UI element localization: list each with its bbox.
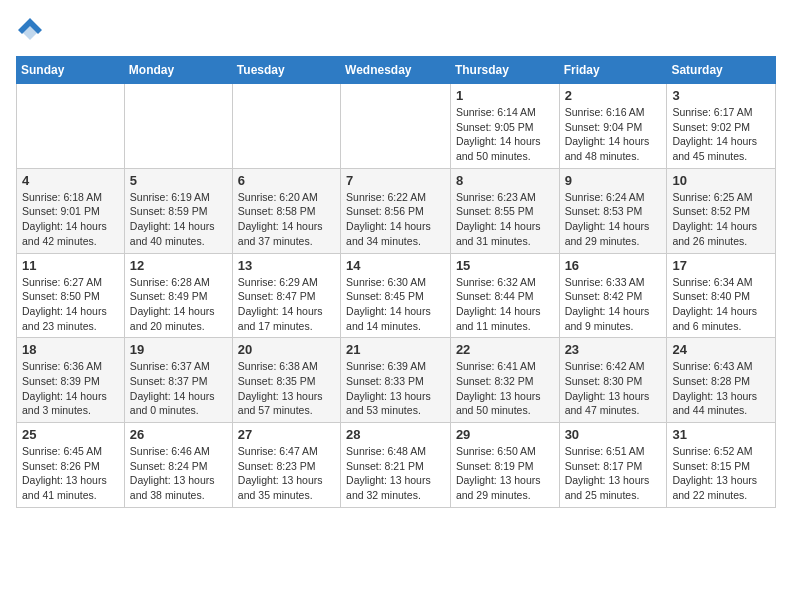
day-number: 10 (672, 173, 770, 188)
day-number: 7 (346, 173, 445, 188)
calendar-week-4: 25Sunrise: 6:45 AM Sunset: 8:26 PM Dayli… (17, 423, 776, 508)
calendar-cell: 16Sunrise: 6:33 AM Sunset: 8:42 PM Dayli… (559, 253, 667, 338)
day-info: Sunrise: 6:14 AM Sunset: 9:05 PM Dayligh… (456, 105, 554, 164)
header-thursday: Thursday (450, 57, 559, 84)
day-number: 5 (130, 173, 227, 188)
day-info: Sunrise: 6:39 AM Sunset: 8:33 PM Dayligh… (346, 359, 445, 418)
day-info: Sunrise: 6:27 AM Sunset: 8:50 PM Dayligh… (22, 275, 119, 334)
day-info: Sunrise: 6:50 AM Sunset: 8:19 PM Dayligh… (456, 444, 554, 503)
calendar-cell: 27Sunrise: 6:47 AM Sunset: 8:23 PM Dayli… (232, 423, 340, 508)
calendar-cell: 24Sunrise: 6:43 AM Sunset: 8:28 PM Dayli… (667, 338, 776, 423)
day-info: Sunrise: 6:47 AM Sunset: 8:23 PM Dayligh… (238, 444, 335, 503)
day-info: Sunrise: 6:52 AM Sunset: 8:15 PM Dayligh… (672, 444, 770, 503)
day-number: 30 (565, 427, 662, 442)
day-number: 9 (565, 173, 662, 188)
day-info: Sunrise: 6:29 AM Sunset: 8:47 PM Dayligh… (238, 275, 335, 334)
calendar-cell: 21Sunrise: 6:39 AM Sunset: 8:33 PM Dayli… (341, 338, 451, 423)
day-info: Sunrise: 6:33 AM Sunset: 8:42 PM Dayligh… (565, 275, 662, 334)
day-info: Sunrise: 6:46 AM Sunset: 8:24 PM Dayligh… (130, 444, 227, 503)
calendar-cell: 11Sunrise: 6:27 AM Sunset: 8:50 PM Dayli… (17, 253, 125, 338)
header-wednesday: Wednesday (341, 57, 451, 84)
calendar-cell: 22Sunrise: 6:41 AM Sunset: 8:32 PM Dayli… (450, 338, 559, 423)
calendar-header-row: SundayMondayTuesdayWednesdayThursdayFrid… (17, 57, 776, 84)
calendar-table: SundayMondayTuesdayWednesdayThursdayFrid… (16, 56, 776, 508)
calendar-cell: 26Sunrise: 6:46 AM Sunset: 8:24 PM Dayli… (124, 423, 232, 508)
calendar-cell (341, 84, 451, 169)
day-number: 18 (22, 342, 119, 357)
calendar-cell: 30Sunrise: 6:51 AM Sunset: 8:17 PM Dayli… (559, 423, 667, 508)
calendar-cell: 31Sunrise: 6:52 AM Sunset: 8:15 PM Dayli… (667, 423, 776, 508)
day-info: Sunrise: 6:24 AM Sunset: 8:53 PM Dayligh… (565, 190, 662, 249)
header-saturday: Saturday (667, 57, 776, 84)
day-info: Sunrise: 6:43 AM Sunset: 8:28 PM Dayligh… (672, 359, 770, 418)
calendar-week-2: 11Sunrise: 6:27 AM Sunset: 8:50 PM Dayli… (17, 253, 776, 338)
calendar-cell: 6Sunrise: 6:20 AM Sunset: 8:58 PM Daylig… (232, 168, 340, 253)
calendar-cell (124, 84, 232, 169)
day-info: Sunrise: 6:45 AM Sunset: 8:26 PM Dayligh… (22, 444, 119, 503)
day-number: 23 (565, 342, 662, 357)
day-info: Sunrise: 6:32 AM Sunset: 8:44 PM Dayligh… (456, 275, 554, 334)
day-number: 3 (672, 88, 770, 103)
day-number: 1 (456, 88, 554, 103)
calendar-cell: 7Sunrise: 6:22 AM Sunset: 8:56 PM Daylig… (341, 168, 451, 253)
day-number: 13 (238, 258, 335, 273)
day-number: 21 (346, 342, 445, 357)
calendar-week-0: 1Sunrise: 6:14 AM Sunset: 9:05 PM Daylig… (17, 84, 776, 169)
calendar-cell: 9Sunrise: 6:24 AM Sunset: 8:53 PM Daylig… (559, 168, 667, 253)
day-info: Sunrise: 6:37 AM Sunset: 8:37 PM Dayligh… (130, 359, 227, 418)
calendar-week-3: 18Sunrise: 6:36 AM Sunset: 8:39 PM Dayli… (17, 338, 776, 423)
calendar-cell (17, 84, 125, 169)
day-info: Sunrise: 6:16 AM Sunset: 9:04 PM Dayligh… (565, 105, 662, 164)
day-info: Sunrise: 6:30 AM Sunset: 8:45 PM Dayligh… (346, 275, 445, 334)
calendar-cell: 28Sunrise: 6:48 AM Sunset: 8:21 PM Dayli… (341, 423, 451, 508)
day-number: 6 (238, 173, 335, 188)
calendar-cell: 25Sunrise: 6:45 AM Sunset: 8:26 PM Dayli… (17, 423, 125, 508)
day-number: 17 (672, 258, 770, 273)
day-info: Sunrise: 6:38 AM Sunset: 8:35 PM Dayligh… (238, 359, 335, 418)
calendar-cell: 8Sunrise: 6:23 AM Sunset: 8:55 PM Daylig… (450, 168, 559, 253)
calendar-week-1: 4Sunrise: 6:18 AM Sunset: 9:01 PM Daylig… (17, 168, 776, 253)
calendar-cell: 5Sunrise: 6:19 AM Sunset: 8:59 PM Daylig… (124, 168, 232, 253)
calendar-cell (232, 84, 340, 169)
day-info: Sunrise: 6:20 AM Sunset: 8:58 PM Dayligh… (238, 190, 335, 249)
day-number: 8 (456, 173, 554, 188)
day-info: Sunrise: 6:48 AM Sunset: 8:21 PM Dayligh… (346, 444, 445, 503)
day-number: 29 (456, 427, 554, 442)
day-number: 19 (130, 342, 227, 357)
day-info: Sunrise: 6:41 AM Sunset: 8:32 PM Dayligh… (456, 359, 554, 418)
calendar-cell: 13Sunrise: 6:29 AM Sunset: 8:47 PM Dayli… (232, 253, 340, 338)
day-number: 24 (672, 342, 770, 357)
day-number: 15 (456, 258, 554, 273)
calendar-cell: 18Sunrise: 6:36 AM Sunset: 8:39 PM Dayli… (17, 338, 125, 423)
calendar-cell: 17Sunrise: 6:34 AM Sunset: 8:40 PM Dayli… (667, 253, 776, 338)
day-number: 28 (346, 427, 445, 442)
calendar-cell: 10Sunrise: 6:25 AM Sunset: 8:52 PM Dayli… (667, 168, 776, 253)
day-info: Sunrise: 6:51 AM Sunset: 8:17 PM Dayligh… (565, 444, 662, 503)
calendar-cell: 23Sunrise: 6:42 AM Sunset: 8:30 PM Dayli… (559, 338, 667, 423)
page-header (16, 16, 776, 44)
day-info: Sunrise: 6:18 AM Sunset: 9:01 PM Dayligh… (22, 190, 119, 249)
day-number: 31 (672, 427, 770, 442)
day-number: 16 (565, 258, 662, 273)
day-info: Sunrise: 6:36 AM Sunset: 8:39 PM Dayligh… (22, 359, 119, 418)
header-friday: Friday (559, 57, 667, 84)
header-monday: Monday (124, 57, 232, 84)
calendar-cell: 12Sunrise: 6:28 AM Sunset: 8:49 PM Dayli… (124, 253, 232, 338)
day-info: Sunrise: 6:17 AM Sunset: 9:02 PM Dayligh… (672, 105, 770, 164)
calendar-cell: 14Sunrise: 6:30 AM Sunset: 8:45 PM Dayli… (341, 253, 451, 338)
day-number: 20 (238, 342, 335, 357)
header-sunday: Sunday (17, 57, 125, 84)
header-tuesday: Tuesday (232, 57, 340, 84)
day-number: 2 (565, 88, 662, 103)
day-number: 14 (346, 258, 445, 273)
day-number: 22 (456, 342, 554, 357)
day-info: Sunrise: 6:22 AM Sunset: 8:56 PM Dayligh… (346, 190, 445, 249)
calendar-cell: 29Sunrise: 6:50 AM Sunset: 8:19 PM Dayli… (450, 423, 559, 508)
day-info: Sunrise: 6:42 AM Sunset: 8:30 PM Dayligh… (565, 359, 662, 418)
calendar-cell: 20Sunrise: 6:38 AM Sunset: 8:35 PM Dayli… (232, 338, 340, 423)
day-info: Sunrise: 6:25 AM Sunset: 8:52 PM Dayligh… (672, 190, 770, 249)
day-number: 12 (130, 258, 227, 273)
day-info: Sunrise: 6:34 AM Sunset: 8:40 PM Dayligh… (672, 275, 770, 334)
logo-icon (16, 16, 44, 44)
calendar-cell: 3Sunrise: 6:17 AM Sunset: 9:02 PM Daylig… (667, 84, 776, 169)
